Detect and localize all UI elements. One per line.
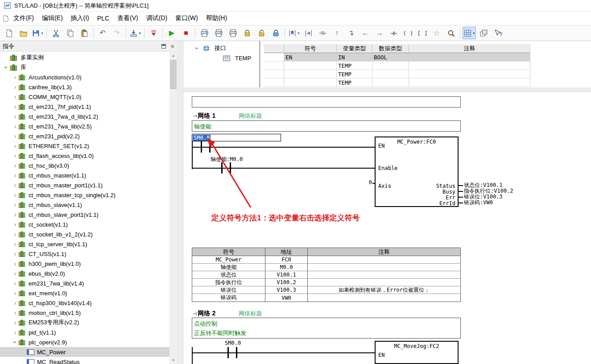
expand-arrow-icon[interactable] — [12, 241, 19, 247]
errid-operand[interactable]: 错误码:VW0 — [464, 200, 493, 206]
var-table-cell[interactable]: TEMP — [337, 79, 372, 87]
lock-icon[interactable] — [240, 27, 254, 39]
var-table-cell[interactable] — [372, 70, 409, 79]
save-icon-dropdown[interactable]: ▾ — [41, 31, 43, 35]
insert-contact-icon[interactable]: ⊣⊢ — [387, 27, 401, 39]
tree-item-ct-em231-pid-v2-2[interactable]: ct_em231_pid(v2.2) — [0, 131, 169, 141]
cascade-windows-icon[interactable] — [477, 27, 490, 39]
view-grid-icon-dropdown[interactable]: ▾ — [473, 31, 475, 35]
tree-item-ct-hsc-lib-v3-0[interactable]: ct_hsc_lib(v3.0) — [0, 161, 169, 170]
tree-item-ct-mbus-slave-v1-1[interactable]: ct_mbus_slave(v1.1) — [0, 200, 169, 210]
vertical-splitter[interactable] — [177, 41, 184, 364]
expand-arrow-icon[interactable] — [12, 231, 19, 237]
var-table-cell[interactable] — [409, 70, 530, 79]
new-file-icon[interactable] — [2, 27, 16, 39]
expand-arrow-icon[interactable] — [12, 143, 19, 149]
compile-icon[interactable] — [147, 27, 160, 39]
tree-item-1[interactable]: 库 — [0, 62, 169, 72]
expand-arrow-icon[interactable] — [12, 113, 19, 120]
stop-icon[interactable]: ■ — [179, 27, 193, 39]
menu-item-3[interactable]: PLC — [93, 13, 113, 24]
block2-name[interactable]: MC_MoveJog:FC2 — [376, 343, 458, 349]
program-editor[interactable]: 网络 1 网络标题 轴使能 SM0.0 轴使能:M0.0 MC_Power:FC… — [184, 92, 591, 364]
expand-arrow-icon[interactable] — [12, 270, 19, 277]
expand-arrow-icon[interactable] — [12, 211, 19, 218]
tree-item-ct-mbus-slave-port1-v1-1[interactable]: ct_mbus_slave_port1(v1.1) — [0, 210, 169, 219]
interface-root-label[interactable]: 接口 — [215, 44, 226, 52]
contact2-bar-right[interactable] — [230, 162, 231, 174]
print-icon[interactable] — [198, 27, 211, 39]
interface-temp-label[interactable]: TEMP — [235, 55, 251, 62]
menu-item-4[interactable]: 查看(V) — [113, 12, 142, 24]
expand-arrow-icon[interactable] — [12, 103, 19, 110]
move-left-icon[interactable]: ← — [359, 27, 372, 39]
favorites-icon[interactable]: ☆ — [430, 27, 443, 39]
tree-item-canfree-lib-v1-3[interactable]: canfree_lib(v1.3) — [0, 82, 169, 92]
tree-item-ct-em231-7hf-pid-v1-1[interactable]: ct_em231_7hf_pid(v1.1) — [0, 102, 169, 112]
tree-item-ebus-lib-v2-0[interactable]: ebus_lib(v2.0) — [0, 269, 169, 278]
network1-comment-box[interactable]: 轴使能 — [192, 120, 461, 132]
network-collapse-icon[interactable] — [193, 112, 198, 119]
tree-item-ct-flash-access-lib-v1-0[interactable]: ct_flash_access_lib(v1.0) — [0, 151, 169, 161]
expand-arrow-icon[interactable] — [12, 182, 19, 188]
expand-arrow-icon[interactable] — [12, 153, 19, 159]
tree-item-ct-socket-lib-v1-2-v1-2[interactable]: ct_socket_lib_v1_2(v1.2) — [0, 229, 169, 239]
scroll-up-icon[interactable] — [169, 52, 177, 59]
var-table-cell[interactable] — [264, 79, 284, 87]
var-table-cell[interactable]: EN — [284, 53, 337, 62]
contact1-bar-left[interactable] — [201, 141, 202, 153]
download-plc-icon-dropdown[interactable]: ▾ — [139, 31, 141, 35]
tree-item-ct-em231-7wa-lib-v2-5[interactable]: ct_em231_7wa_lib(v2.5) — [0, 121, 169, 131]
dock-panel-icon[interactable] — [161, 44, 166, 49]
contact1-operand-field[interactable]: SM0.0 — [192, 134, 281, 141]
expand-arrow-icon[interactable] — [12, 74, 19, 80]
var-table-cell[interactable] — [284, 70, 337, 79]
insert-box-icon[interactable]: [ ] — [416, 27, 429, 39]
expand-arrow-icon[interactable] — [12, 84, 19, 90]
tree-item-mc-power[interactable]: MC_Power — [0, 347, 169, 357]
contact2-operand[interactable]: 轴使能:M0.0 — [211, 157, 243, 162]
menu-item-2[interactable]: 插入(I) — [67, 12, 93, 24]
scrollbar-thumb[interactable] — [170, 60, 177, 89]
expand-arrow-icon[interactable] — [12, 261, 19, 267]
expand-arrow-icon[interactable] — [12, 133, 19, 139]
jump-up-icon[interactable]: ↑ — [330, 27, 343, 39]
network-collapse-icon[interactable] — [193, 310, 198, 317]
expand-arrow-icon[interactable] — [12, 202, 19, 208]
contact1-operand[interactable]: SM0.0 — [193, 135, 211, 141]
expand-arrow-icon[interactable] — [12, 310, 19, 316]
network2-contact-bar-right[interactable] — [236, 347, 237, 358]
contact1-bar-right[interactable] — [209, 141, 211, 153]
var-table-cell[interactable]: BOOL — [372, 53, 409, 62]
collapse-arrow-icon[interactable] — [3, 64, 10, 70]
tree-item-ct-socket-v1-1[interactable]: ct_socket(v1.1) — [0, 219, 169, 229]
expand-arrow-icon[interactable] — [12, 329, 19, 335]
tree-item-em231-7wa-lib-v1-4[interactable]: em231_7wa_lib(v1.4) — [0, 278, 169, 288]
context-help-icon[interactable]: ? — [491, 27, 504, 39]
scroll-down-icon[interactable] — [169, 356, 177, 364]
network1-title[interactable]: 网络标题 — [239, 112, 262, 120]
open-folder-icon[interactable] — [17, 27, 30, 39]
collapse-arrow-icon[interactable] — [12, 339, 19, 345]
undo-icon[interactable]: ↶ — [96, 27, 109, 39]
var-table-cell[interactable]: TEMP — [337, 62, 372, 70]
tree-item-ext-mem-v1-0[interactable]: ext_mem(v1.0) — [0, 288, 169, 298]
expand-arrow-icon[interactable] — [12, 280, 19, 286]
tree-item-plc-open-v2-9[interactable]: plc_open(v2.9) — [0, 337, 169, 347]
paste-icon[interactable] — [78, 27, 91, 39]
expand-arrow-icon[interactable] — [12, 251, 19, 257]
horizontal-splitter[interactable] — [184, 87, 591, 92]
unlock-icon[interactable] — [255, 27, 268, 39]
insert-network-icon[interactable]: N — [316, 27, 329, 39]
download-plc-icon[interactable]: ▾ — [128, 27, 142, 39]
network2-comment-box[interactable]: 点动控制 正反转不能同时触发 — [192, 318, 461, 339]
tree-item-pid-t-v1-1[interactable]: pid_t(v1.1) — [0, 327, 169, 337]
tree-item-0[interactable]: 多重实例 — [0, 53, 169, 62]
expand-arrow-icon[interactable] — [12, 319, 19, 326]
next-bookmark-icon[interactable] — [302, 27, 315, 39]
tree-item-mc-readstatus[interactable]: MC_ReadStatus — [0, 357, 169, 364]
var-table-cell[interactable] — [264, 62, 284, 70]
password-lock-icon[interactable] — [269, 27, 282, 39]
program-comment-box[interactable] — [192, 96, 461, 108]
tree-item-ct-mbus-master-tcp-single-v1-2[interactable]: ct_mbus_master_tcp_single(v1.2) — [0, 190, 169, 200]
